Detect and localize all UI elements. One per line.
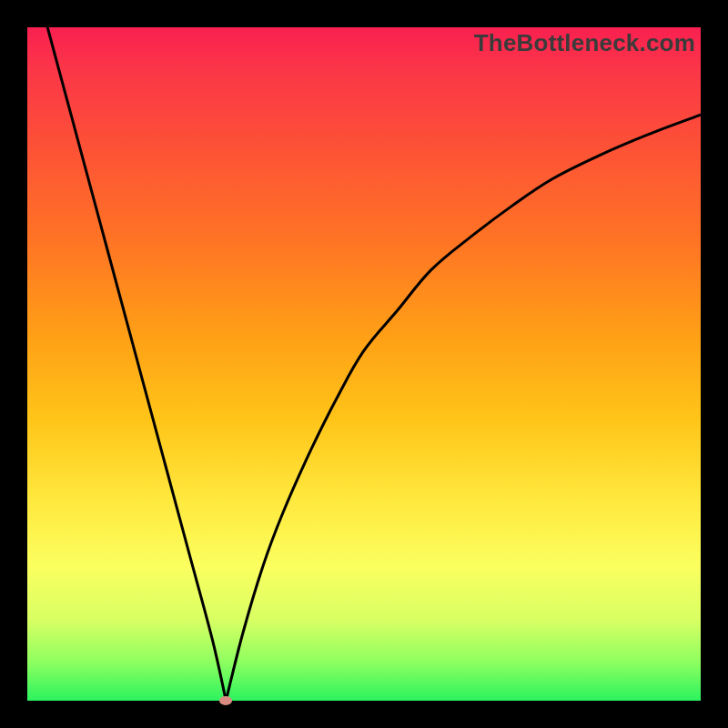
bottleneck-curve (27, 27, 701, 701)
chart-frame: TheBottleneck.com (0, 0, 728, 728)
curve-path (47, 27, 701, 709)
plot-area: TheBottleneck.com (27, 27, 701, 701)
optimal-point-marker (219, 696, 232, 705)
